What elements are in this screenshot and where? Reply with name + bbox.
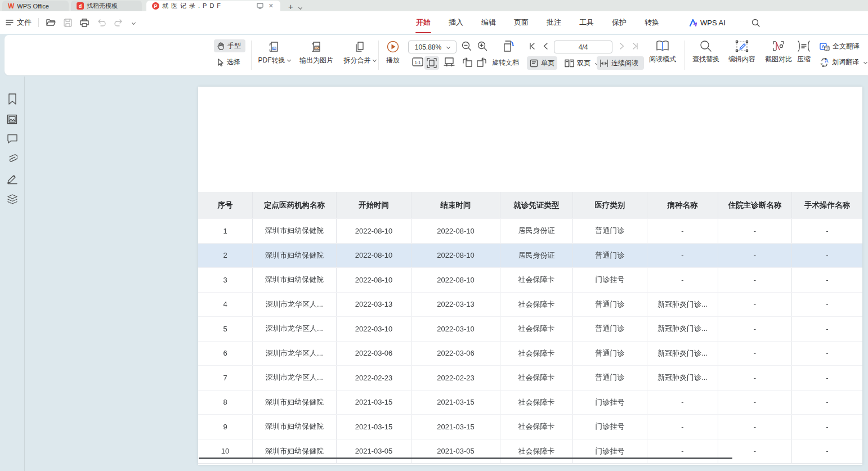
- file-menu-button[interactable]: 文件: [6, 17, 32, 28]
- tab-monitor-icon[interactable]: [256, 3, 265, 9]
- table-cell: -: [792, 439, 862, 464]
- next-page-button[interactable]: [619, 42, 625, 50]
- ribbon-tab-page[interactable]: 页面: [513, 16, 529, 29]
- table-header-row: 序号定点医药机构名称开始时间结束时间就诊凭证类型医疗类别病种名称住院主诊断名称手…: [198, 192, 862, 218]
- layers-icon[interactable]: [7, 194, 18, 204]
- tab-close-icon[interactable]: ✕: [267, 2, 275, 10]
- thumbnail-icon[interactable]: [7, 114, 17, 124]
- save-button[interactable]: [62, 17, 73, 28]
- tab-docer-templates[interactable]: d 找稻壳模板: [71, 1, 142, 11]
- column-header: 住院主诊断名称: [718, 192, 792, 218]
- last-page-button[interactable]: [632, 42, 639, 50]
- wps-ai-button[interactable]: WPS AI: [689, 19, 726, 27]
- select-tool-button[interactable]: 选择: [214, 56, 245, 69]
- single-page-label: 单页: [541, 59, 554, 68]
- first-page-button[interactable]: [528, 42, 536, 50]
- single-page-icon: [530, 59, 538, 68]
- ribbon-tab-convert[interactable]: 转换: [644, 16, 660, 29]
- ribbon-tab-tools[interactable]: 工具: [579, 16, 594, 29]
- quick-access-chevron-icon[interactable]: [132, 20, 136, 24]
- word-translate-label: 划词翻译: [832, 57, 859, 67]
- previous-page-button[interactable]: [543, 42, 548, 50]
- continuous-read-button[interactable]: 连续阅读: [597, 56, 644, 70]
- split-merge-button[interactable]: 拆分合并: [339, 40, 381, 65]
- table-cell: 2022-08-10: [337, 268, 411, 292]
- table-cell: 2021-03-05: [411, 439, 500, 464]
- tab-medical-record-pdf[interactable]: P 就医记录.PDF ✕: [146, 1, 280, 11]
- signature-pen-icon[interactable]: [7, 173, 18, 185]
- fit-width-button[interactable]: [444, 57, 455, 66]
- pdf-file-icon: P: [152, 2, 159, 10]
- table-cell: -: [647, 391, 718, 415]
- find-replace-button[interactable]: 查找替换: [689, 40, 723, 64]
- read-mode-button[interactable]: 阅读模式: [646, 40, 679, 64]
- full-translate-button[interactable]: A 字 全文翻译: [820, 42, 860, 51]
- ribbon-tab-insert[interactable]: 插入: [448, 16, 464, 29]
- rotate-left-button[interactable]: [462, 57, 473, 67]
- table-cell: -: [792, 317, 862, 341]
- hand-tool-button[interactable]: 手型: [214, 39, 245, 52]
- table-cell: -: [647, 439, 718, 464]
- table-cell: 新冠肺炎门诊...: [647, 293, 718, 317]
- bookmark-icon[interactable]: [7, 93, 17, 105]
- screenshot-compare-button[interactable]: 截图对比: [761, 40, 796, 64]
- play-label: 播放: [386, 56, 400, 65]
- rotate-pages-button[interactable]: [502, 40, 516, 52]
- double-page-button[interactable]: 双页: [562, 56, 598, 70]
- tab-wps-office[interactable]: W WPS Office: [2, 1, 69, 11]
- chevron-down-icon: [863, 60, 867, 64]
- tab-list-chevron-icon[interactable]: [298, 6, 302, 10]
- table-cell: 新冠肺炎门诊...: [647, 317, 718, 341]
- search-icon: [700, 40, 712, 52]
- screenshot-compare-label: 截图对比: [765, 55, 792, 64]
- pdf-convert-button[interactable]: W PDF转换: [254, 40, 294, 65]
- ribbon-tab-home[interactable]: 开始: [415, 16, 431, 29]
- svg-text:W: W: [273, 47, 276, 50]
- compress-button[interactable]: 压缩: [793, 40, 815, 64]
- ribbon-tab-edit[interactable]: 编辑: [481, 16, 496, 29]
- table-cell: 普通门诊: [573, 342, 647, 366]
- zoom-level-select[interactable]: 105.88%: [408, 41, 457, 53]
- actual-size-button[interactable]: 1:1: [412, 57, 423, 66]
- table-row: 6深圳市龙华区人...2022-03-062022-03-06社会保障卡普通门诊…: [198, 341, 862, 366]
- zoom-out-button[interactable]: [462, 41, 472, 51]
- play-button[interactable]: 播放: [381, 40, 405, 65]
- hand-icon: [217, 42, 225, 50]
- open-folder-button[interactable]: [46, 17, 56, 28]
- table-cell: -: [647, 219, 718, 243]
- table-cell: 2022-08-10: [337, 219, 411, 243]
- export-image-icon: [310, 40, 323, 53]
- table-cell: 深圳市龙华区人...: [253, 317, 337, 341]
- comment-icon[interactable]: [7, 134, 18, 143]
- redo-button[interactable]: [113, 17, 123, 28]
- ribbon-tab-comment[interactable]: 批注: [546, 16, 562, 29]
- menu-search-icon[interactable]: [751, 19, 760, 27]
- export-image-button[interactable]: 输出为图片: [295, 40, 338, 65]
- table-cell: 社会保障卡: [500, 342, 573, 366]
- new-tab-button[interactable]: +: [286, 2, 296, 11]
- attachment-icon[interactable]: [7, 153, 17, 164]
- fit-page-button[interactable]: [424, 56, 439, 70]
- undo-button[interactable]: [96, 17, 106, 28]
- column-header: 病种名称: [647, 192, 718, 218]
- edit-content-button[interactable]: 编辑内容: [725, 40, 759, 64]
- ribbon-tab-protect[interactable]: 保护: [611, 16, 627, 29]
- file-menu-label: 文件: [17, 17, 32, 28]
- zoom-in-button[interactable]: [477, 41, 487, 51]
- rotate-right-button[interactable]: [476, 57, 487, 67]
- table-cell: 新冠肺炎门诊...: [647, 342, 718, 366]
- table-cell: 2022-02-23: [411, 366, 500, 390]
- table-row: 5深圳市龙华区人...2022-03-102022-03-10社会保障卡普通门诊…: [198, 316, 862, 341]
- page-indicator-value: 4/4: [579, 43, 588, 51]
- print-button[interactable]: [79, 17, 90, 28]
- rotate-doc-label[interactable]: 旋转文档: [492, 58, 519, 68]
- column-header: 定点医药机构名称: [253, 192, 337, 218]
- page-number-input[interactable]: 4/4: [554, 41, 612, 53]
- table-cell: 2021-03-15: [337, 391, 411, 415]
- word-translate-button[interactable]: x A 划词翻译: [820, 57, 867, 67]
- single-page-button[interactable]: 单页: [527, 56, 557, 70]
- workspace: 手型 选择 W PDF转换 输出为图片 拆分合并: [0, 34, 868, 471]
- svg-text:x: x: [821, 61, 823, 66]
- table-cell: 普通门诊: [573, 317, 647, 341]
- table-cell: 2021-03-05: [337, 439, 411, 464]
